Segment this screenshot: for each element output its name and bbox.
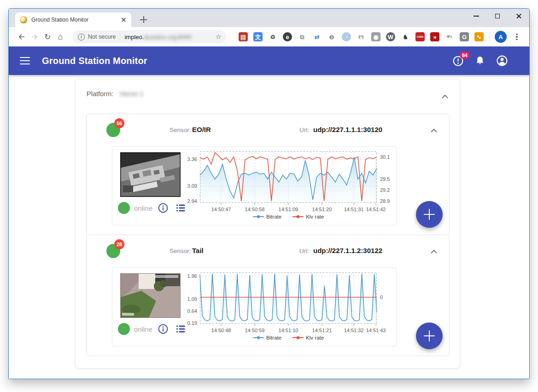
add-sensor-fab-1[interactable] xyxy=(416,201,443,228)
url-text: impleo. xyxy=(124,34,144,40)
refresh-button[interactable]: ↻ xyxy=(41,30,54,43)
bitrate-klv-chart: 3.363.092.9430.129.529.228.914:50:4714:5… xyxy=(112,147,396,225)
browser-tab[interactable]: Ground Station Monitor xyxy=(15,12,131,27)
chart-plot-area xyxy=(200,151,377,206)
window-controls xyxy=(466,9,529,23)
chart-legend: Bitrate Klv rate xyxy=(200,335,377,340)
legend-item-bitrate[interactable]: Bitrate xyxy=(253,214,281,219)
sensor-label: Sensor: xyxy=(170,127,191,133)
axis-tick-label: 2.94 xyxy=(179,198,197,204)
alerts-button[interactable]: 84 xyxy=(452,55,464,67)
axis-tick-label: 1.09 xyxy=(179,296,197,302)
url-redacted-text: duckdns.org:8090 xyxy=(144,34,191,40)
sensor-url: udp://227.1.1.2:30122 xyxy=(313,247,382,254)
url-label: Url: xyxy=(299,248,309,254)
page-info-icon[interactable]: i xyxy=(78,34,85,40)
sensor-panel: online 1.961.090.640.19014:50:4814:50:59… xyxy=(112,267,397,346)
site-favicon-icon xyxy=(20,16,27,23)
sensor-url: udp://227.1.1.1:30120 xyxy=(313,126,382,133)
platform-collapse-chevron-icon[interactable] xyxy=(441,92,449,97)
toolbar-divider xyxy=(490,32,490,41)
legend-marker-icon xyxy=(253,214,264,219)
axis-tick-label: 14:50:47 xyxy=(205,207,237,212)
chart-plot-area xyxy=(200,272,377,327)
ext-cors-icon[interactable]: CORS xyxy=(415,32,425,42)
axis-tick-label: 0 xyxy=(380,294,398,300)
axis-tick-label: 14:51:20 xyxy=(306,207,338,212)
address-bar[interactable]: i Not secure impleo. duckdns.org:8090 ☆ xyxy=(72,30,226,43)
sensor-panel: online 3.363.092.9430.129.529.228.914:50… xyxy=(112,146,397,225)
ext-recycle-icon[interactable]: ♻ xyxy=(268,32,278,42)
sensor-count-badge: 28 xyxy=(114,239,124,249)
ext-json-braces-icon[interactable]: {≡} xyxy=(356,32,366,42)
ext-translate-icon[interactable]: 文 xyxy=(253,32,263,42)
sensor-card-tail: 28 Sensor: Tail Url: udp://227.1.1.2:301… xyxy=(86,235,450,356)
ext-evernote-icon[interactable]: e xyxy=(282,32,292,42)
legend-marker-icon xyxy=(253,335,264,340)
ext-grepper-icon[interactable]: G xyxy=(459,32,469,42)
sensor-label: Sensor: xyxy=(170,248,191,254)
extensions-row: ▤文♻e⧉⇄⊝◔{≡}◉W♞CORS»IP⌕G∿ xyxy=(238,32,484,42)
axis-tick-label: 30.1 xyxy=(380,154,398,160)
axis-tick-label: 14:51:43 xyxy=(360,328,392,333)
legend-item-bitrate[interactable]: Bitrate xyxy=(253,335,281,340)
axis-tick-label: 28.9 xyxy=(380,198,398,204)
axis-tick-label: 0.19 xyxy=(179,320,197,326)
ext-camera-icon[interactable]: ◉ xyxy=(371,32,381,42)
app-title: Ground Station Monitor xyxy=(42,56,147,66)
axis-tick-label: 3.09 xyxy=(179,183,197,189)
axis-tick-label: 14:51:21 xyxy=(306,328,338,333)
new-tab-button[interactable] xyxy=(139,15,149,25)
address-divider xyxy=(120,33,120,40)
tab-close-icon[interactable] xyxy=(120,16,128,23)
axis-tick-label: 14:50:48 xyxy=(205,328,237,333)
axis-tick-label: 14:51:09 xyxy=(273,207,304,212)
platform-row: Platform: Heron 1 xyxy=(87,90,144,98)
sensor-card-eoir: 56 Sensor: EO/IR Url: udp://227.1.1.1:30… xyxy=(86,114,450,235)
url-label: Url: xyxy=(299,127,309,133)
sensor-name: Tail xyxy=(192,247,204,254)
add-sensor-fab-2[interactable] xyxy=(416,323,443,349)
screenshot-root: Ground Station Monitor ↻ ⌂ i Not secure … xyxy=(0,0,538,392)
window-minimize-button[interactable] xyxy=(466,9,487,23)
ext-fast-forward-icon[interactable]: » xyxy=(430,32,440,42)
axis-tick-label: 29.2 xyxy=(380,187,398,193)
home-button[interactable]: ⌂ xyxy=(54,30,67,43)
sensor-collapse-chevron-icon[interactable] xyxy=(430,248,438,252)
ext-ip-lookup-icon[interactable]: IP⌕ xyxy=(444,32,455,42)
profile-avatar[interactable]: A xyxy=(495,31,507,43)
axis-tick-label: 14:51:42 xyxy=(360,207,392,212)
ext-tab-send-icon[interactable]: ⇄ xyxy=(312,32,322,42)
window-close-button[interactable] xyxy=(508,9,529,23)
ext-screen-capture-icon[interactable]: ⧉ xyxy=(297,32,307,42)
bitrate-klv-chart: 1.961.090.640.19014:50:4814:50:5914:51:1… xyxy=(112,268,396,346)
ext-status-circle-icon[interactable]: ⊝ xyxy=(327,32,337,42)
legend-item-klv-rate[interactable]: Klv rate xyxy=(292,214,324,219)
browser-menu-icon[interactable] xyxy=(511,31,522,42)
sensor-collapse-chevron-icon[interactable] xyxy=(430,127,438,131)
ext-wayback-icon[interactable]: W xyxy=(386,32,396,42)
browser-window: Ground Station Monitor ↻ ⌂ i Not secure … xyxy=(8,8,530,379)
axis-tick-label: 1.96 xyxy=(179,273,197,279)
ext-dictionary-icon[interactable]: ▤ xyxy=(238,32,248,42)
account-icon[interactable] xyxy=(496,55,508,67)
axis-tick-label: 14:50:59 xyxy=(239,328,270,333)
axis-tick-label: 14:51:10 xyxy=(273,328,304,333)
back-button[interactable] xyxy=(15,30,28,43)
menu-hamburger-icon[interactable] xyxy=(20,57,30,64)
ext-stamp-icon[interactable]: ♞ xyxy=(400,32,410,42)
notifications-bell-icon[interactable] xyxy=(474,55,486,67)
platform-card: Platform: Heron 1 56 Sensor: EO/IR Url: … xyxy=(75,79,460,369)
window-maximize-button[interactable] xyxy=(487,9,508,23)
alerts-count-badge: 84 xyxy=(460,52,470,59)
legend-item-klv-rate[interactable]: Klv rate xyxy=(292,335,324,340)
platform-name-redacted: Heron 1 xyxy=(120,90,144,98)
bookmark-star-icon[interactable]: ☆ xyxy=(216,33,222,41)
forward-button[interactable] xyxy=(28,30,41,43)
ext-swirl-icon[interactable]: ◔ xyxy=(341,32,351,42)
axis-tick-label: 3.36 xyxy=(179,156,197,162)
tab-strip: Ground Station Monitor xyxy=(9,9,529,27)
ext-analytics-icon[interactable]: ∿ xyxy=(474,32,484,42)
page-content: Platform: Heron 1 56 Sensor: EO/IR Url: … xyxy=(9,75,529,379)
legend-marker-icon xyxy=(292,335,304,340)
